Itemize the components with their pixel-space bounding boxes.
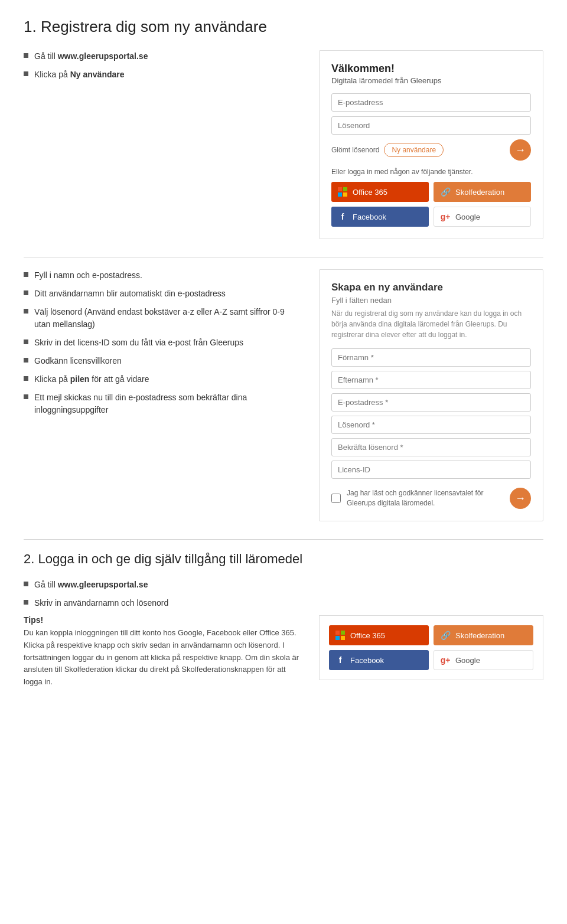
register-widget: Skapa en ny användare Fyll i fälten neda… [319, 269, 543, 521]
bullet-fill-name: Fyll i namn och e-postadress. [24, 269, 301, 282]
tips-title: Tips! [24, 615, 301, 625]
s2-bullet-login: Skriv in användarnamn och lösenord [24, 597, 543, 609]
s2-office365-button[interactable]: Office 365 [329, 625, 429, 645]
google-label: Google [455, 213, 480, 221]
tips-left: Tips! Du kan koppla inloggningen till di… [24, 615, 301, 688]
s2-google-label: Google [455, 656, 480, 665]
google-icon: g+ [440, 211, 451, 222]
office365-label: Office 365 [353, 188, 387, 197]
register-submit-button[interactable]: → [510, 488, 531, 509]
divider-2 [24, 539, 543, 540]
bullet-click-ny: Klicka på Ny användare [24, 68, 301, 81]
skolfed-icon: 🔗 [440, 187, 451, 197]
s2-facebook-icon: f [335, 655, 346, 665]
pilen-label: pilen [70, 374, 90, 384]
svg-rect-6 [335, 636, 340, 640]
s2-facebook-button[interactable]: f Facebook [329, 650, 429, 670]
goto-url: www.gleerupsportal.se [58, 51, 148, 61]
s2-google-button[interactable]: g+ Google [434, 650, 533, 670]
agree-text: Jag har läst och godkänner licensavtalet… [347, 488, 504, 508]
new-user-button[interactable]: Ny användare [384, 143, 444, 157]
or-text: Eller logga in med någon av följande tjä… [331, 168, 531, 176]
fornamn-input[interactable] [331, 348, 531, 367]
bekrafta-input[interactable] [331, 438, 531, 456]
s2-google-icon: g+ [440, 655, 451, 665]
svg-rect-3 [343, 192, 347, 197]
s2-office365-label: Office 365 [350, 631, 385, 640]
tips-body: Du kan koppla inloggningen till ditt kon… [24, 627, 301, 688]
login-widget: Välkommen! Digitala läromedel från Gleer… [319, 50, 543, 239]
s2-bullet-goto: Gå till www.gleerupsportal.se [24, 579, 543, 591]
svg-rect-5 [341, 631, 345, 635]
bullet-username: Ditt användarnamn blir automatiskt din e… [24, 288, 301, 300]
skolfed-label: Skolfederation [455, 188, 504, 197]
efternamn-input[interactable] [331, 371, 531, 389]
office365-icon [337, 187, 348, 197]
s2-skolfederation-button[interactable]: 🔗 Skolfederation [434, 625, 533, 645]
password-input[interactable] [331, 116, 531, 135]
s2-goto-url: www.gleerupsportal.se [58, 580, 148, 589]
losenord-input[interactable] [331, 416, 531, 434]
tips-block: Tips! Du kan koppla inloggningen till di… [24, 615, 543, 688]
facebook-button[interactable]: f Facebook [331, 207, 429, 227]
divider-1 [24, 257, 543, 257]
bullet-license-id: Skriv in det licens-ID som du fått via e… [24, 337, 301, 349]
facebook-label: Facebook [353, 213, 386, 221]
forgot-password-button[interactable]: Glömt lösenord [331, 146, 379, 154]
bullet-email-confirm: Ett mejl skickas nu till din e-postadres… [24, 391, 301, 416]
register-form-desc: När du registrerat dig som ny användare … [331, 308, 531, 340]
svg-rect-1 [343, 187, 347, 191]
s2-office365-icon [335, 630, 346, 641]
svg-rect-0 [338, 187, 342, 191]
register-form-title: Skapa en ny användare [331, 282, 531, 293]
social-login-grid: Office 365 🔗 Skolfederation f Facebook g… [331, 182, 531, 227]
bullet-godkann: Godkänn licensvillkoren [24, 355, 301, 367]
skolfederation-button[interactable]: 🔗 Skolfederation [434, 182, 531, 202]
licensid-input[interactable] [331, 461, 531, 479]
login-arrow-button[interactable]: → [510, 139, 531, 161]
svg-rect-4 [335, 631, 340, 635]
svg-rect-2 [338, 192, 342, 197]
s2-social-grid: Office 365 🔗 Skolfederation f Facebook g… [319, 615, 543, 680]
email-input[interactable] [331, 93, 531, 112]
tips-social-grid: Office 365 🔗 Skolfederation f Facebook g… [319, 615, 543, 688]
widget-subtitle: Digitala läromedel från Gleerups [331, 76, 531, 85]
bullet-goto: Gå till www.gleerupsportal.se [24, 50, 301, 63]
section2-title: 2. Logga in och ge dig själv tillgång ti… [24, 551, 543, 567]
agree-checkbox[interactable] [331, 494, 341, 503]
ny-anvandare-label: Ny användare [70, 70, 125, 79]
register-bottom: Jag har läst och godkänner licensavtalet… [331, 488, 531, 509]
section1-title: 1. Registrera dig som ny användare [24, 18, 543, 36]
widget-title: Välkommen! [331, 63, 531, 75]
s2-skolfed-icon: 🔗 [440, 630, 451, 641]
google-button[interactable]: g+ Google [434, 207, 531, 227]
office365-button[interactable]: Office 365 [331, 182, 429, 202]
register-form-subtitle: Fyll i fälten nedan [331, 296, 531, 305]
facebook-icon: f [337, 211, 348, 222]
epost-input[interactable] [331, 393, 531, 412]
bullet-arrow: Klicka på pilen för att gå vidare [24, 373, 301, 386]
bullet-password: Välj lösenord (Använd endast bokstäver a… [24, 306, 301, 331]
s2-skolfed-label: Skolfederation [455, 631, 504, 640]
svg-rect-7 [341, 636, 345, 640]
s2-facebook-label: Facebook [350, 656, 384, 665]
